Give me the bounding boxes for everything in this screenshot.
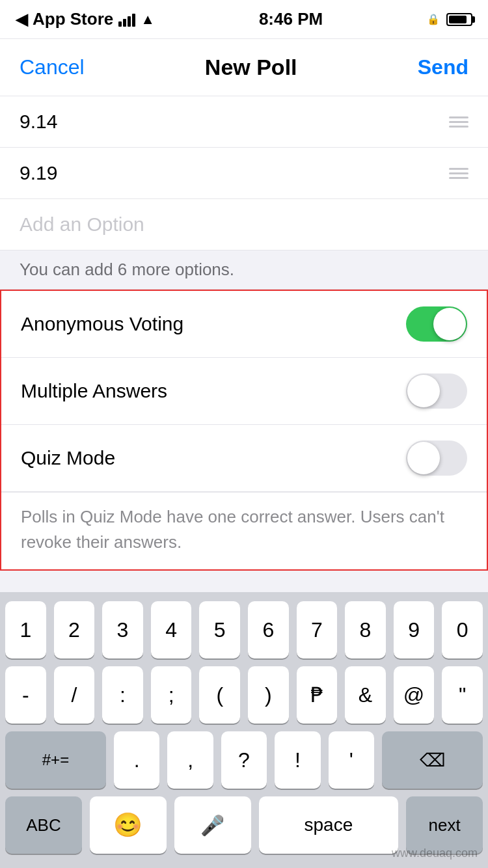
option-value-1: 9.14 <box>20 111 57 133</box>
key-2[interactable]: 2 <box>54 601 95 658</box>
carrier-label: App Store <box>33 9 113 29</box>
multiple-answers-row: Multiple Answers <box>1 358 487 425</box>
status-bar: ◀ App Store ▲ 8:46 PM 🔒 <box>0 0 488 39</box>
key-question[interactable]: ? <box>221 731 267 789</box>
key-open-paren[interactable]: ( <box>199 666 240 724</box>
key-quote[interactable]: " <box>442 666 483 724</box>
quiz-description: Polls in Quiz Mode have one correct answ… <box>1 492 487 569</box>
option-value-2: 9.19 <box>20 162 57 184</box>
key-exclaim[interactable]: ! <box>275 731 320 789</box>
multiple-answers-toggle[interactable] <box>406 373 467 409</box>
key-7[interactable]: 7 <box>297 601 338 658</box>
quiz-description-text: Polls in Quiz Mode have one correct answ… <box>21 504 467 555</box>
watermark: www.deuaq.com <box>392 847 478 860</box>
info-text: You can add 6 more options. <box>20 260 234 279</box>
key-colon[interactable]: : <box>102 666 143 724</box>
keyboard-row-numbers: 1 2 3 4 5 6 7 8 9 0 <box>5 601 483 658</box>
status-right: 🔒 <box>427 13 472 26</box>
keyboard: 1 2 3 4 5 6 7 8 9 0 - / : ; ( ) ₱ & @ " … <box>0 592 488 868</box>
cancel-button[interactable]: Cancel <box>20 55 85 79</box>
wifi-icon: ▲ <box>141 11 155 28</box>
key-6[interactable]: 6 <box>248 601 289 658</box>
key-1[interactable]: 1 <box>5 601 46 658</box>
multiple-answers-label: Multiple Answers <box>21 380 167 402</box>
key-semicolon[interactable]: ; <box>151 666 192 724</box>
key-9[interactable]: 9 <box>394 601 435 658</box>
anonymous-voting-row: Anonymous Voting <box>1 291 487 358</box>
quiz-mode-row: Quiz Mode <box>1 425 487 492</box>
key-slash[interactable]: / <box>54 666 95 724</box>
keyboard-row-bottom: ABC 😊 🎤 space next <box>5 796 483 854</box>
key-5[interactable]: 5 <box>199 601 240 658</box>
key-4[interactable]: 4 <box>151 601 192 658</box>
toggle-knob <box>407 442 440 474</box>
drag-handle-1[interactable] <box>449 116 468 128</box>
page-title: New Poll <box>205 55 297 80</box>
key-0[interactable]: 0 <box>442 601 483 658</box>
key-close-paren[interactable]: ) <box>248 666 289 724</box>
key-space[interactable]: space <box>259 796 398 854</box>
key-emoji[interactable]: 😊 <box>90 796 167 854</box>
key-comma[interactable]: , <box>167 731 213 789</box>
toggle-knob <box>433 308 466 340</box>
add-option-placeholder: Add an Option <box>20 213 144 236</box>
battery-icon <box>446 13 472 26</box>
quiz-mode-label: Quiz Mode <box>21 447 115 469</box>
anonymous-voting-toggle[interactable] <box>406 306 467 342</box>
back-arrow-icon: ◀ <box>16 10 27 29</box>
key-peso[interactable]: ₱ <box>297 666 338 724</box>
key-ampersand[interactable]: & <box>345 666 386 724</box>
info-bar: You can add 6 more options. <box>0 251 488 290</box>
option-row-1[interactable]: 9.14 <box>0 96 488 148</box>
signal-bars-icon <box>118 12 135 27</box>
options-list: 9.14 9.19 Add an Option <box>0 96 488 251</box>
key-3[interactable]: 3 <box>102 601 143 658</box>
key-minus[interactable]: - <box>5 666 46 724</box>
key-abc[interactable]: ABC <box>5 796 82 854</box>
key-8[interactable]: 8 <box>345 601 386 658</box>
key-apostrophe[interactable]: ' <box>329 731 374 789</box>
quiz-mode-toggle[interactable] <box>406 441 467 476</box>
toggle-knob <box>407 375 440 407</box>
anonymous-voting-label: Anonymous Voting <box>21 313 183 335</box>
status-time: 8:46 PM <box>259 9 323 29</box>
key-mic[interactable]: 🎤 <box>174 796 251 854</box>
drag-handle-2[interactable] <box>449 168 468 179</box>
lock-icon: 🔒 <box>427 13 440 25</box>
settings-section: Anonymous Voting Multiple Answers Quiz M… <box>0 290 488 571</box>
add-option-row[interactable]: Add an Option <box>0 199 488 250</box>
status-carrier: ◀ App Store ▲ <box>16 9 155 29</box>
delete-key[interactable]: ⌫ <box>382 731 483 789</box>
nav-bar: Cancel New Poll Send <box>0 39 488 96</box>
option-row-2[interactable]: 9.19 <box>0 148 488 199</box>
key-period[interactable]: . <box>114 731 159 789</box>
keyboard-row-symbols: - / : ; ( ) ₱ & @ " <box>5 666 483 724</box>
key-next[interactable]: next <box>406 796 483 854</box>
key-hashtag[interactable]: #+= <box>5 731 106 789</box>
key-at[interactable]: @ <box>394 666 435 724</box>
keyboard-row-special: #+= . , ? ! ' ⌫ <box>5 731 483 789</box>
send-button[interactable]: Send <box>418 55 468 79</box>
